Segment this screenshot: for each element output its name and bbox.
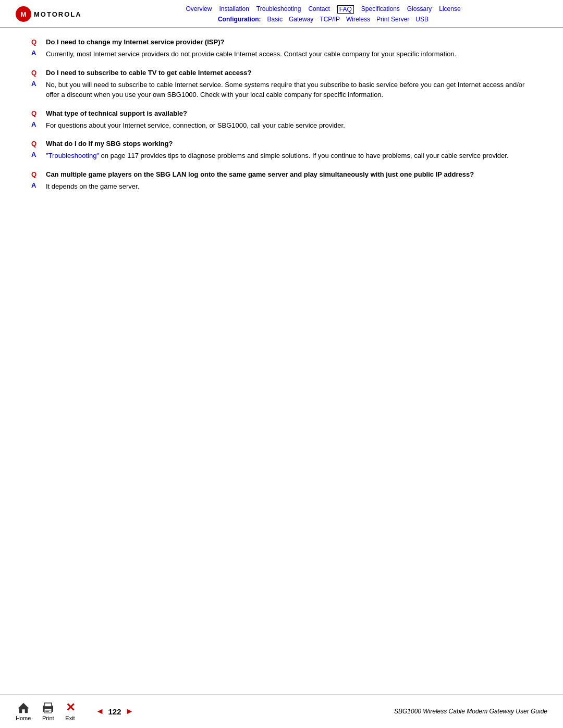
troubleshooting-link[interactable]: "Troubleshooting" (46, 152, 99, 159)
answer-text-2: No, but you will need to subscribe to ca… (46, 80, 532, 100)
logo-area: M MOTOROLA (16, 6, 99, 22)
home-label: Home (16, 715, 31, 721)
question-text-5: Can multiple game players on the SBG LAN… (46, 170, 532, 178)
question-row-5: Q Can multiple game players on the SBG L… (31, 170, 532, 178)
answer-row-4: A "Troubleshooting" on page 117 provides… (31, 151, 532, 161)
svg-rect-7 (45, 711, 49, 712)
qa-block-4: Q What do I do if my SBG stops working? … (31, 140, 532, 161)
nav-gateway[interactable]: Gateway (289, 16, 313, 23)
q-label-3: Q (31, 109, 40, 117)
exit-button[interactable]: ✕ Exit (65, 702, 75, 721)
answer-text-5: It depends on the game server. (46, 181, 532, 192)
nav-top-bar: Overview Installation Troubleshooting Co… (186, 5, 460, 14)
nav-specifications[interactable]: Specifications (361, 5, 400, 14)
answer-text-3: For questions about your Internet servic… (46, 120, 532, 131)
nav-troubleshooting[interactable]: Troubleshooting (256, 5, 301, 14)
exit-icon: ✕ (66, 702, 75, 713)
nav-print-server[interactable]: Print Server (376, 16, 409, 23)
footer: Home Print ✕ Exit ◄ 122 ► SBG1000 Wirele… (0, 694, 563, 728)
a-label-5: A (31, 181, 40, 189)
answer-row-3: A For questions about your Internet serv… (31, 120, 532, 131)
answer-text-1: Currently, most Internet service provide… (46, 49, 532, 59)
q-label-1: Q (31, 38, 40, 46)
q-label-2: Q (31, 69, 40, 77)
nav-contact[interactable]: Contact (308, 5, 329, 14)
svg-rect-5 (44, 709, 52, 713)
motorola-icon: M (16, 6, 31, 22)
a-label-1: A (31, 49, 40, 57)
qa-block-1: Q Do I need to change my Internet servic… (31, 38, 532, 59)
question-text-1: Do I need to change my Internet service … (46, 38, 532, 46)
nav-license[interactable]: License (439, 5, 460, 14)
footer-icons: Home Print ✕ Exit (16, 702, 75, 721)
qa-block-2: Q Do I need to subscribe to cable TV to … (31, 69, 532, 100)
q-label-4: Q (31, 140, 40, 147)
home-icon (17, 702, 30, 713)
nav-faq-active[interactable]: FAQ (337, 5, 354, 14)
home-button[interactable]: Home (16, 702, 31, 721)
answer-row-1: A Currently, most Internet service provi… (31, 49, 532, 59)
nav-usb[interactable]: USB (415, 16, 429, 23)
question-text-3: What type of technical support is availa… (46, 109, 532, 117)
svg-marker-2 (18, 703, 29, 713)
q-label-5: Q (31, 170, 40, 178)
document-title: SBG1000 Wireless Cable Modem Gateway Use… (394, 708, 547, 715)
print-button[interactable]: Print (41, 702, 55, 721)
answer-row-5: A It depends on the game server. (31, 181, 532, 192)
nav-tcpip[interactable]: TCP/IP (320, 16, 340, 23)
svg-rect-6 (45, 710, 51, 711)
question-row-3: Q What type of technical support is avai… (31, 109, 532, 117)
nav-wireless[interactable]: Wireless (346, 16, 370, 23)
nav-basic[interactable]: Basic (267, 16, 283, 23)
nav-installation[interactable]: Installation (219, 5, 249, 14)
question-row-4: Q What do I do if my SBG stops working? (31, 140, 532, 147)
motorola-logo: M MOTOROLA (16, 6, 82, 22)
page-navigation: ◄ 122 ► (96, 707, 134, 716)
a-label-3: A (31, 120, 40, 128)
a-label-4: A (31, 151, 40, 158)
svg-rect-4 (44, 703, 52, 707)
question-row-1: Q Do I need to change my Internet servic… (31, 38, 532, 46)
qa-block-5: Q Can multiple game players on the SBG L… (31, 170, 532, 192)
print-label: Print (42, 715, 54, 721)
question-text-2: Do I need to subscribe to cable TV to ge… (46, 69, 532, 77)
header: M MOTOROLA Overview Installation Trouble… (0, 0, 563, 28)
motorola-wordmark: MOTOROLA (34, 10, 82, 18)
nav-glossary[interactable]: Glossary (407, 5, 432, 14)
page-number: 122 (108, 707, 121, 716)
svg-text:M: M (21, 10, 27, 18)
question-text-4: What do I do if my SBG stops working? (46, 140, 532, 147)
question-row-2: Q Do I need to subscribe to cable TV to … (31, 69, 532, 77)
config-label: Configuration: (218, 16, 261, 23)
exit-label: Exit (65, 715, 75, 721)
navigation-area: Overview Installation Troubleshooting Co… (99, 5, 547, 23)
nav-bottom-bar: Configuration: Basic Gateway TCP/IP Wire… (218, 16, 429, 23)
next-page-button[interactable]: ► (126, 707, 134, 716)
answer-text-4: "Troubleshooting" on page 117 provides t… (46, 151, 532, 161)
prev-page-button[interactable]: ◄ (96, 707, 104, 716)
qa-block-3: Q What type of technical support is avai… (31, 109, 532, 131)
nav-overview[interactable]: Overview (186, 5, 212, 14)
a-label-2: A (31, 80, 40, 88)
answer-row-2: A No, but you will need to subscribe to … (31, 80, 532, 100)
print-icon (41, 702, 55, 713)
main-content: Q Do I need to change my Internet servic… (0, 28, 563, 242)
